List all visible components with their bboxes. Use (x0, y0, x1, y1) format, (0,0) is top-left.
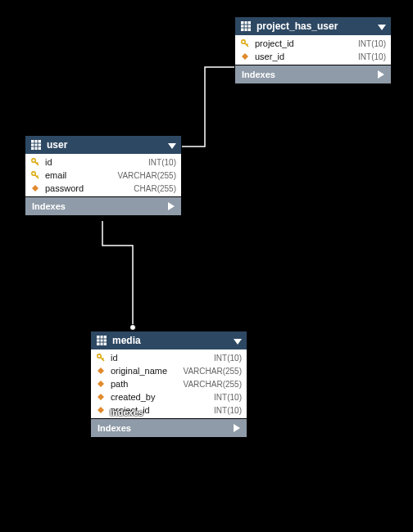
column-type: CHAR(255) (134, 184, 176, 193)
svg-marker-16 (168, 143, 176, 149)
column-row[interactable]: pathVARCHAR(255) (91, 377, 247, 390)
column-name: created_by (111, 392, 209, 402)
expand-arrow-icon (378, 70, 384, 79)
erd-canvas: project_has_user project_idINT(10)user_i… (0, 0, 413, 532)
indexes-bar[interactable]: Indexes (235, 65, 391, 83)
svg-marker-37 (98, 407, 104, 413)
column-row[interactable]: project_idINT(10) (235, 37, 391, 50)
expand-arrow-icon (168, 202, 175, 210)
diamond-icon (30, 183, 40, 193)
column-row[interactable]: idINT(10) (25, 156, 181, 169)
column-row[interactable]: idINT(10) (91, 351, 247, 364)
indexes-label: Indexes (98, 423, 131, 433)
svg-marker-24 (168, 202, 175, 210)
svg-line-22 (37, 176, 39, 178)
svg-line-19 (37, 163, 39, 165)
svg-marker-5 (378, 25, 386, 30)
column-name: password (45, 183, 129, 193)
table-icon (96, 335, 107, 346)
column-type: INT(10) (358, 39, 386, 48)
expand-arrow-icon (234, 424, 240, 432)
svg-line-33 (102, 358, 104, 360)
svg-line-8 (247, 44, 248, 46)
overlay-indexes-label: Indexes (110, 408, 143, 417)
svg-rect-11 (31, 140, 41, 150)
indexes-label: Indexes (32, 201, 66, 211)
indexes-bar[interactable]: Indexes (25, 196, 181, 215)
column-name: original_name (111, 366, 179, 376)
table-header[interactable]: user (25, 136, 181, 154)
column-type: INT(10) (148, 158, 176, 167)
svg-rect-25 (97, 336, 107, 345)
column-row[interactable]: emailVARCHAR(255) (25, 169, 181, 182)
diamond-icon (96, 379, 106, 389)
collapse-toggle-icon[interactable] (168, 141, 176, 149)
table-header[interactable]: project_has_user (235, 17, 391, 35)
column-row[interactable]: created_byINT(10) (91, 390, 247, 404)
svg-marker-10 (378, 70, 384, 79)
table-header[interactable]: media (91, 331, 247, 349)
svg-marker-34 (98, 367, 104, 374)
key-icon (30, 170, 40, 180)
column-row[interactable]: passwordCHAR(255) (25, 182, 181, 195)
column-type: VARCHAR(255) (184, 367, 243, 376)
diamond-icon (96, 366, 106, 376)
column-type: INT(10) (214, 406, 242, 415)
svg-marker-38 (234, 424, 240, 432)
table-media[interactable]: media idINT(10)original_nameVARCHAR(255)… (90, 331, 247, 438)
indexes-label: Indexes (242, 70, 275, 79)
column-row[interactable]: user_idINT(10) (235, 50, 391, 63)
table-title: project_has_user (256, 20, 373, 32)
diamond-icon (96, 392, 106, 402)
key-icon (240, 38, 250, 48)
column-name: email (45, 170, 113, 180)
key-icon (96, 353, 106, 363)
svg-marker-30 (234, 339, 242, 345)
table-title: user (47, 139, 163, 151)
column-type: INT(10) (214, 393, 242, 402)
column-type: INT(10) (358, 52, 386, 61)
column-list: idINT(10)emailVARCHAR(255)passwordCHAR(2… (25, 154, 181, 196)
svg-marker-9 (242, 53, 248, 60)
column-type: INT(10) (214, 354, 242, 363)
diamond-icon (240, 52, 250, 61)
svg-marker-36 (98, 394, 104, 400)
column-name: id (111, 353, 209, 363)
column-type: VARCHAR(255) (118, 171, 177, 180)
column-row[interactable]: original_nameVARCHAR(255) (91, 364, 247, 377)
diamond-icon (96, 405, 106, 415)
column-name: project_id (255, 38, 353, 48)
collapse-toggle-icon[interactable] (378, 22, 386, 30)
column-name: path (111, 379, 179, 389)
column-list: project_idINT(10)user_idINT(10) (235, 35, 391, 65)
svg-rect-0 (241, 21, 251, 31)
indexes-bar[interactable]: Indexes (91, 418, 247, 437)
column-name: user_id (255, 52, 353, 61)
table-icon (240, 20, 252, 32)
svg-marker-35 (98, 381, 104, 387)
collapse-toggle-icon[interactable] (234, 336, 242, 345)
table-title: media (112, 335, 229, 346)
svg-marker-23 (32, 185, 39, 192)
column-name: id (45, 157, 143, 167)
table-project-has-user[interactable]: project_has_user project_idINT(10)user_i… (234, 16, 392, 84)
connector-endpoint (129, 324, 136, 331)
table-icon (30, 139, 42, 151)
key-icon (30, 157, 40, 167)
table-user[interactable]: user idINT(10)emailVARCHAR(255)passwordC… (25, 135, 182, 216)
column-type: VARCHAR(255) (184, 380, 243, 389)
